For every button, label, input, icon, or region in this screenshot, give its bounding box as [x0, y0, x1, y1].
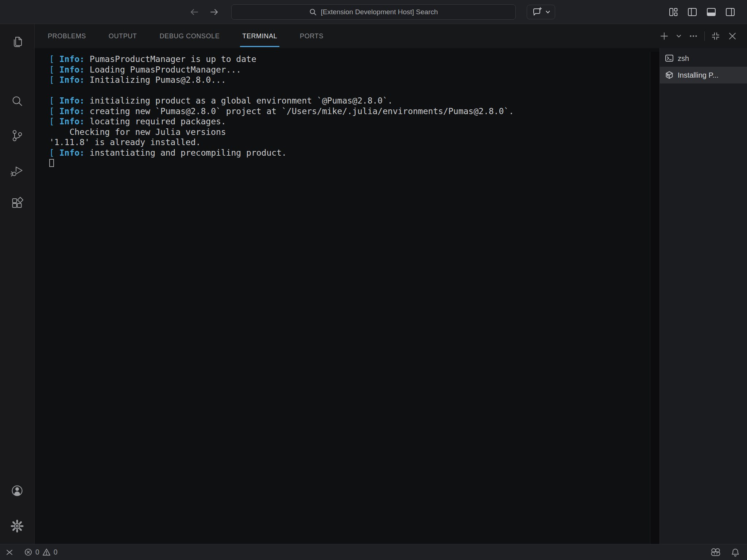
terminal-line: [ Info: Initializing Pumas@2.8.0... — [49, 75, 514, 85]
close-icon — [728, 31, 737, 41]
statusbar-left: 0 0 — [0, 544, 62, 560]
sidebar-item-extensions[interactable] — [9, 195, 25, 211]
sidebar-item-search[interactable] — [9, 94, 25, 109]
terminal-line: '1.11.8' is already installed. — [49, 137, 514, 148]
toggle-panel-button[interactable] — [704, 5, 719, 19]
separator — [704, 31, 705, 41]
vscode-window: [Extension Development Host] Search — [0, 0, 747, 560]
remote-indicator[interactable] — [0, 544, 19, 560]
tab-label: PORTS — [300, 32, 324, 40]
chevron-down-icon — [676, 33, 682, 39]
open-remote-icon — [5, 548, 14, 557]
terminal-line: [ Info: creating new `Pumas@2.8.0` proje… — [49, 106, 514, 117]
screen-normal-icon — [711, 31, 721, 41]
titlebar: [Extension Development Host] Search — [0, 0, 747, 24]
close-panel-button[interactable] — [727, 30, 738, 42]
terminal-line: Checking for new Julia versions — [49, 127, 514, 137]
terminal-line: [ Info: initializing product as a global… — [49, 96, 514, 106]
tab-label: DEBUG CONSOLE — [159, 32, 220, 40]
terminal-list-label: zsh — [678, 54, 689, 63]
nav-history — [187, 5, 222, 19]
tab-label: TERMINAL — [242, 32, 277, 40]
panel-actions — [658, 24, 738, 48]
debug-icon — [9, 163, 25, 179]
error-count: 0 — [35, 548, 39, 556]
terminal-line — [49, 85, 514, 96]
sidebar-item-explorer[interactable] — [9, 35, 25, 50]
toggle-panel-icon — [706, 7, 717, 18]
arrow-right-icon — [209, 7, 220, 17]
new-terminal-button[interactable] — [658, 30, 670, 42]
terminal-line: [ Info: instantiating and precompiling p… — [49, 148, 514, 158]
source-control-icon — [9, 128, 25, 143]
toggle-primary-sidebar-icon — [687, 7, 698, 18]
terminal-tabs-list: zsh Installing P... — [659, 48, 747, 544]
copilot-chat-button[interactable] — [527, 5, 555, 19]
warning-icon — [42, 548, 51, 557]
terminal-list-item-installing[interactable]: Installing P... — [660, 67, 747, 83]
terminal-list-label: Installing P... — [678, 71, 719, 79]
terminal-viewport[interactable]: [ Info: PumasProductManager is up to dat… — [35, 48, 659, 544]
account-button[interactable] — [9, 483, 25, 498]
tab-problems[interactable]: PROBLEMS — [46, 24, 88, 48]
extensions-icon — [9, 195, 25, 211]
panel-tab-row: PROBLEMS OUTPUT DEBUG CONSOLE TERMINAL P… — [35, 24, 747, 48]
chat-sparkle-icon — [531, 7, 542, 18]
tab-output[interactable]: OUTPUT — [107, 24, 139, 48]
terminal-line: [ Info: locating required packages. — [49, 116, 514, 127]
tab-ports[interactable]: PORTS — [298, 24, 326, 48]
terminal-list-item-zsh[interactable]: zsh — [660, 50, 747, 67]
tab-label: OUTPUT — [109, 32, 137, 40]
launch-profile-button[interactable] — [675, 30, 682, 42]
ellipsis-icon — [689, 31, 698, 41]
copilot-icon — [710, 548, 721, 557]
terminal-line: [ Info: PumasProductManager is up to dat… — [49, 54, 514, 65]
warning-count: 0 — [54, 548, 58, 556]
error-icon — [24, 548, 33, 557]
terminal-line: [ Info: Loading PumasProductManager... — [49, 65, 514, 75]
gear-icon — [9, 518, 25, 534]
panel-tabs: PROBLEMS OUTPUT DEBUG CONSOLE TERMINAL P… — [46, 24, 326, 48]
files-icon — [9, 35, 25, 50]
layout-controls — [666, 5, 738, 19]
package-icon — [665, 70, 674, 80]
tab-terminal[interactable]: TERMINAL — [240, 24, 279, 48]
search-icon — [309, 8, 317, 16]
customize-layout-icon — [668, 7, 679, 18]
customize-layout-button[interactable] — [666, 5, 681, 19]
sidebar-item-source-control[interactable] — [9, 128, 25, 143]
more-actions-button[interactable] — [688, 30, 699, 42]
activity-bar — [0, 24, 35, 544]
restore-panel-button[interactable] — [710, 30, 721, 42]
tab-label: PROBLEMS — [48, 32, 86, 40]
toggle-primary-sidebar-button[interactable] — [685, 5, 700, 19]
copilot-status-button[interactable] — [705, 544, 726, 560]
plus-icon — [659, 31, 669, 41]
terminal-cursor-line — [49, 158, 514, 168]
problems-counter[interactable]: 0 0 — [19, 544, 62, 560]
tab-debug-console[interactable]: DEBUG CONSOLE — [157, 24, 222, 48]
arrow-left-icon — [189, 7, 199, 17]
toggle-secondary-sidebar-icon — [725, 7, 736, 18]
terminal-icon — [665, 54, 674, 63]
sidebar-item-run-debug[interactable] — [9, 163, 25, 179]
forward-button[interactable] — [207, 5, 222, 19]
chevron-down-icon — [545, 9, 550, 15]
status-bar: 0 0 — [0, 544, 747, 560]
search-icon — [9, 94, 25, 109]
account-icon — [9, 483, 25, 498]
terminal-cursor — [49, 159, 54, 167]
command-center-search[interactable]: [Extension Development Host] Search — [231, 4, 516, 20]
search-label: [Extension Development Host] Search — [321, 8, 438, 16]
notifications-button[interactable] — [726, 544, 745, 560]
toggle-secondary-sidebar-button[interactable] — [723, 5, 738, 19]
back-button[interactable] — [187, 5, 201, 19]
terminal-scrollbar[interactable] — [650, 52, 659, 544]
statusbar-right — [705, 544, 747, 560]
settings-button[interactable] — [9, 518, 25, 534]
bell-icon — [731, 548, 740, 557]
terminal-output: [ Info: PumasProductManager is up to dat… — [49, 54, 514, 168]
